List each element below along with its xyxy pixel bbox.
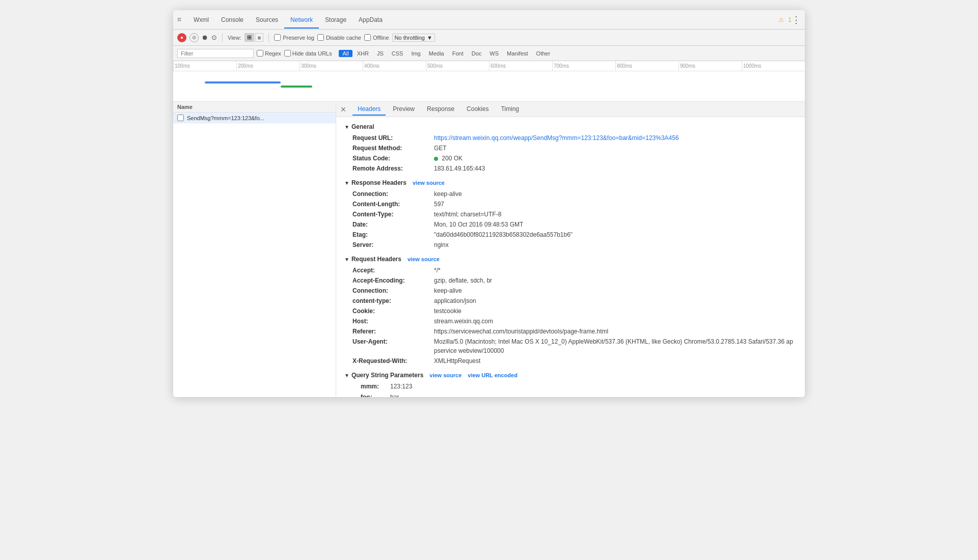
response-headers-title: Response Headers: [351, 179, 406, 186]
response-headers-section-header[interactable]: ▼ Response Headers view source: [344, 177, 797, 188]
res-connection-key: Connection:: [352, 189, 434, 199]
type-btn-img[interactable]: Img: [408, 50, 424, 57]
query-view-source-link[interactable]: view source: [429, 372, 461, 378]
preserve-log-text: Preserve log: [283, 35, 314, 41]
res-content-type-value: text/html; charset=UTF-8: [434, 210, 501, 219]
divider: [222, 33, 223, 42]
record-button[interactable]: ●: [177, 33, 186, 42]
hide-data-urls-label: Hide data URLs: [284, 50, 332, 57]
throttle-select[interactable]: No throttling ▼: [392, 34, 435, 42]
query-string-section-header[interactable]: ▼ Query String Parameters view source vi…: [344, 370, 797, 381]
disable-cache-checkbox[interactable]: [317, 34, 324, 41]
res-connection-value: keep-alive: [434, 189, 462, 199]
type-btn-css[interactable]: CSS: [388, 50, 407, 57]
filter-input[interactable]: [177, 49, 254, 58]
tab-storage[interactable]: Storage: [319, 12, 352, 29]
type-btn-xhr[interactable]: XHR: [354, 50, 372, 57]
tab-timing[interactable]: Timing: [496, 103, 524, 116]
tab-wxml[interactable]: Wxml: [187, 12, 215, 29]
query-foo-key: foo:: [361, 393, 386, 397]
offline-checkbox[interactable]: [364, 34, 371, 41]
req-accept-value: */*: [434, 266, 441, 275]
query-view-url-encoded-link[interactable]: view URL encoded: [468, 372, 518, 378]
warning-icon: ⚠: [778, 16, 784, 23]
request-method-value: GET: [434, 144, 447, 153]
stop-button[interactable]: ⊘: [189, 33, 199, 42]
hide-data-urls-checkbox[interactable]: [284, 50, 291, 57]
request-view-source-link[interactable]: view source: [408, 256, 440, 262]
preserve-log-checkbox[interactable]: [274, 34, 281, 41]
detail-tabs: ✕ Headers Preview Response Cookies Timin…: [336, 102, 805, 117]
res-etag-value: "da60dd46b00f802119283b658302de6aa557b1b…: [434, 230, 573, 239]
regex-checkbox[interactable]: [257, 50, 263, 57]
filter-button[interactable]: ⊙: [211, 34, 217, 41]
type-btn-ws[interactable]: WS: [486, 50, 502, 57]
camera-button[interactable]: ⏺: [202, 34, 208, 41]
request-method-row: Request Method: GET: [352, 144, 797, 153]
main-content: Name SendMsg?mmm=123:123&fo... ✕ Headers…: [173, 102, 805, 397]
top-tab-bar: ⌗ Wxml Console Sources Network Storage A…: [173, 10, 805, 30]
tab-preview[interactable]: Preview: [388, 103, 420, 116]
regex-text: Regex: [265, 50, 281, 57]
tick-500: 500ms: [426, 61, 489, 71]
general-section-header[interactable]: ▼ General: [344, 121, 797, 132]
network-toolbar: ● ⊘ ⏺ ⊙ View: ⊞ ≡ Preserve log Disable c…: [173, 30, 805, 46]
req-host-key: Host:: [352, 317, 434, 326]
req-cookie-value: testcookie: [434, 306, 461, 316]
request-headers-section-header[interactable]: ▼ Request Headers view source: [344, 254, 797, 265]
request-headers-body: Accept: */* Accept-Encoding: gzip, defla…: [344, 266, 797, 366]
req-referer-row: Referer: https://servicewechat.com/touri…: [352, 327, 797, 336]
req-referer-value: https://servicewechat.com/touristappid/d…: [434, 327, 608, 336]
tab-headers[interactable]: Headers: [352, 103, 386, 116]
status-code-value: 200 OK: [434, 154, 463, 163]
view-grid-button[interactable]: ⊞: [244, 33, 254, 42]
type-btn-other[interactable]: Other: [533, 50, 554, 57]
warning-count-area: ⚠ 1: [778, 16, 792, 23]
timeline-content: [173, 71, 805, 102]
res-content-length-key: Content-Length:: [352, 200, 434, 209]
type-btn-font[interactable]: Font: [449, 50, 467, 57]
type-filters: All XHR JS CSS Img Media Font Doc WS Man…: [339, 50, 554, 57]
query-string-section: ▼ Query String Parameters view source vi…: [344, 370, 797, 397]
preserve-log-label: Preserve log: [274, 34, 314, 41]
req-x-requested-with-row: X-Requested-With: XMLHttpRequest: [352, 356, 797, 366]
tab-console[interactable]: Console: [215, 12, 250, 29]
tick-900: 900ms: [678, 61, 742, 71]
general-section-body: Request URL: https://stream.weixin.qq.co…: [344, 133, 797, 173]
type-btn-doc[interactable]: Doc: [468, 50, 485, 57]
tab-sources[interactable]: Sources: [250, 12, 284, 29]
disable-cache-text: Disable cache: [326, 35, 361, 41]
tab-cookies[interactable]: Cookies: [461, 103, 494, 116]
view-list-button[interactable]: ≡: [255, 33, 263, 42]
type-btn-all[interactable]: All: [339, 50, 352, 57]
req-content-type-key: content-type:: [352, 296, 434, 305]
close-detail-button[interactable]: ✕: [340, 105, 346, 114]
tab-response[interactable]: Response: [422, 103, 459, 116]
type-btn-manifest[interactable]: Manifest: [503, 50, 532, 57]
cursor-icon: ⌗: [177, 15, 181, 24]
req-host-value: stream.weixin.qq.com: [434, 317, 493, 326]
request-checkbox[interactable]: [177, 115, 184, 121]
request-name: SendMsg?mmm=123:123&fo...: [187, 115, 264, 121]
view-label: View:: [228, 35, 241, 41]
type-btn-media[interactable]: Media: [425, 50, 448, 57]
type-btn-js[interactable]: JS: [373, 50, 387, 57]
tab-appdata[interactable]: AppData: [352, 12, 389, 29]
request-row[interactable]: SendMsg?mmm=123:123&fo...: [173, 113, 336, 124]
kebab-menu-button[interactable]: ⋮: [792, 14, 801, 25]
tick-400: 400ms: [363, 61, 426, 71]
query-mmm-key: mmm:: [361, 382, 386, 391]
query-string-title: Query String Parameters: [351, 372, 423, 379]
req-accept-row: Accept: */*: [352, 266, 797, 275]
status-code-row: Status Code: 200 OK: [352, 154, 797, 163]
request-headers-section: ▼ Request Headers view source Accept: */…: [344, 254, 797, 366]
offline-text: Offline: [373, 35, 389, 41]
tick-1000: 1000ms: [742, 61, 805, 71]
timeline: 100ms 200ms 300ms 400ms 500ms 600ms 700m…: [173, 61, 805, 102]
requests-panel: Name SendMsg?mmm=123:123&fo...: [173, 102, 336, 397]
tick-100: 100ms: [173, 61, 236, 71]
tab-network[interactable]: Network: [284, 12, 319, 29]
request-url-value: https://stream.weixin.qq.com/weapp/SendM…: [434, 133, 679, 143]
req-triangle-icon: ▼: [344, 257, 349, 262]
response-view-source-link[interactable]: view source: [413, 180, 445, 186]
